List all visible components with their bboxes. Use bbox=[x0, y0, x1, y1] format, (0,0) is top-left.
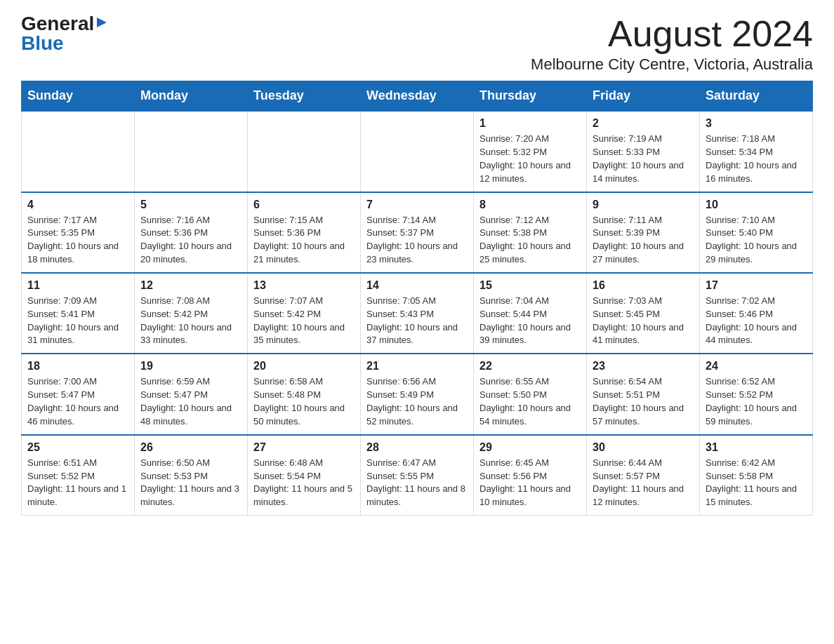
day-info: Sunrise: 7:05 AM Sunset: 5:43 PM Dayligh… bbox=[366, 295, 468, 347]
title-block: August 2024 Melbourne City Centre, Victo… bbox=[531, 14, 813, 74]
day-info: Sunrise: 6:42 AM Sunset: 5:58 PM Dayligh… bbox=[706, 457, 807, 509]
calendar-cell: 4Sunrise: 7:17 AM Sunset: 5:35 PM Daylig… bbox=[22, 192, 135, 273]
day-number: 20 bbox=[253, 360, 355, 373]
calendar-week-2: 4Sunrise: 7:17 AM Sunset: 5:35 PM Daylig… bbox=[22, 192, 813, 273]
calendar-cell: 9Sunrise: 7:11 AM Sunset: 5:39 PM Daylig… bbox=[587, 192, 700, 273]
calendar-cell: 10Sunrise: 7:10 AM Sunset: 5:40 PM Dayli… bbox=[700, 192, 813, 273]
calendar-cell: 17Sunrise: 7:02 AM Sunset: 5:46 PM Dayli… bbox=[700, 273, 813, 354]
calendar-week-1: 1Sunrise: 7:20 AM Sunset: 5:32 PM Daylig… bbox=[22, 111, 813, 192]
logo-triangle-icon bbox=[95, 16, 108, 29]
calendar-cell bbox=[248, 111, 361, 192]
day-number: 6 bbox=[253, 199, 355, 211]
calendar-cell: 23Sunrise: 6:54 AM Sunset: 5:51 PM Dayli… bbox=[587, 354, 700, 434]
day-number: 5 bbox=[140, 199, 241, 211]
day-number: 7 bbox=[366, 199, 468, 211]
day-number: 10 bbox=[706, 199, 807, 211]
day-number: 21 bbox=[366, 360, 468, 373]
calendar-header-friday: Friday bbox=[587, 81, 700, 112]
day-info: Sunrise: 7:11 AM Sunset: 5:39 PM Dayligh… bbox=[593, 214, 694, 267]
day-info: Sunrise: 7:03 AM Sunset: 5:45 PM Dayligh… bbox=[593, 295, 694, 347]
calendar-cell: 30Sunrise: 6:44 AM Sunset: 5:57 PM Dayli… bbox=[587, 435, 700, 516]
calendar-cell: 8Sunrise: 7:12 AM Sunset: 5:38 PM Daylig… bbox=[474, 192, 587, 273]
calendar-header-row: SundayMondayTuesdayWednesdayThursdayFrid… bbox=[22, 81, 813, 112]
day-number: 14 bbox=[366, 279, 468, 292]
calendar-cell: 27Sunrise: 6:48 AM Sunset: 5:54 PM Dayli… bbox=[248, 435, 361, 516]
page-subtitle: Melbourne City Centre, Victoria, Austral… bbox=[531, 55, 813, 74]
calendar-cell: 22Sunrise: 6:55 AM Sunset: 5:50 PM Dayli… bbox=[474, 354, 587, 434]
day-number: 28 bbox=[366, 441, 468, 454]
day-number: 16 bbox=[593, 279, 694, 292]
day-number: 15 bbox=[479, 279, 581, 292]
calendar-cell: 13Sunrise: 7:07 AM Sunset: 5:42 PM Dayli… bbox=[248, 273, 361, 354]
day-number: 11 bbox=[27, 279, 128, 292]
day-number: 4 bbox=[27, 199, 128, 211]
day-info: Sunrise: 7:00 AM Sunset: 5:47 PM Dayligh… bbox=[27, 375, 128, 428]
day-info: Sunrise: 7:16 AM Sunset: 5:36 PM Dayligh… bbox=[140, 214, 241, 267]
calendar-cell: 20Sunrise: 6:58 AM Sunset: 5:48 PM Dayli… bbox=[248, 354, 361, 434]
day-number: 18 bbox=[27, 360, 128, 373]
day-info: Sunrise: 7:12 AM Sunset: 5:38 PM Dayligh… bbox=[479, 214, 581, 267]
calendar-cell bbox=[361, 111, 474, 192]
calendar-cell: 3Sunrise: 7:18 AM Sunset: 5:34 PM Daylig… bbox=[700, 111, 813, 192]
day-number: 27 bbox=[253, 441, 355, 454]
day-info: Sunrise: 6:47 AM Sunset: 5:55 PM Dayligh… bbox=[366, 457, 468, 509]
day-number: 29 bbox=[479, 441, 581, 454]
calendar-header-thursday: Thursday bbox=[474, 81, 587, 112]
calendar-header-saturday: Saturday bbox=[700, 81, 813, 112]
svg-marker-0 bbox=[97, 18, 107, 27]
day-info: Sunrise: 7:19 AM Sunset: 5:33 PM Dayligh… bbox=[593, 133, 694, 185]
day-number: 22 bbox=[479, 360, 581, 373]
day-number: 31 bbox=[706, 441, 807, 454]
calendar-cell: 11Sunrise: 7:09 AM Sunset: 5:41 PM Dayli… bbox=[22, 273, 135, 354]
page-title: August 2024 bbox=[531, 14, 813, 54]
day-info: Sunrise: 6:59 AM Sunset: 5:47 PM Dayligh… bbox=[140, 375, 241, 428]
calendar-cell: 24Sunrise: 6:52 AM Sunset: 5:52 PM Dayli… bbox=[700, 354, 813, 434]
calendar-cell bbox=[135, 111, 248, 192]
calendar-week-5: 25Sunrise: 6:51 AM Sunset: 5:52 PM Dayli… bbox=[22, 435, 813, 516]
day-info: Sunrise: 6:48 AM Sunset: 5:54 PM Dayligh… bbox=[253, 457, 355, 509]
day-info: Sunrise: 6:54 AM Sunset: 5:51 PM Dayligh… bbox=[593, 375, 694, 428]
day-info: Sunrise: 7:15 AM Sunset: 5:36 PM Dayligh… bbox=[253, 214, 355, 267]
day-number: 2 bbox=[593, 117, 694, 130]
calendar-cell: 19Sunrise: 6:59 AM Sunset: 5:47 PM Dayli… bbox=[135, 354, 248, 434]
day-number: 1 bbox=[479, 117, 581, 130]
calendar-cell: 25Sunrise: 6:51 AM Sunset: 5:52 PM Dayli… bbox=[22, 435, 135, 516]
day-number: 13 bbox=[253, 279, 355, 292]
logo-general: General bbox=[21, 14, 94, 34]
day-number: 30 bbox=[593, 441, 694, 454]
calendar-cell: 28Sunrise: 6:47 AM Sunset: 5:55 PM Dayli… bbox=[361, 435, 474, 516]
day-info: Sunrise: 7:07 AM Sunset: 5:42 PM Dayligh… bbox=[253, 295, 355, 347]
day-number: 26 bbox=[140, 441, 241, 454]
calendar-week-3: 11Sunrise: 7:09 AM Sunset: 5:41 PM Dayli… bbox=[22, 273, 813, 354]
calendar-cell: 18Sunrise: 7:00 AM Sunset: 5:47 PM Dayli… bbox=[22, 354, 135, 434]
day-info: Sunrise: 7:08 AM Sunset: 5:42 PM Dayligh… bbox=[140, 295, 241, 347]
day-number: 24 bbox=[706, 360, 807, 373]
day-info: Sunrise: 7:02 AM Sunset: 5:46 PM Dayligh… bbox=[706, 295, 807, 347]
calendar-cell: 12Sunrise: 7:08 AM Sunset: 5:42 PM Dayli… bbox=[135, 273, 248, 354]
day-info: Sunrise: 6:51 AM Sunset: 5:52 PM Dayligh… bbox=[27, 457, 128, 509]
logo-blue: Blue bbox=[21, 32, 64, 54]
day-info: Sunrise: 6:44 AM Sunset: 5:57 PM Dayligh… bbox=[593, 457, 694, 509]
day-number: 9 bbox=[593, 199, 694, 211]
day-info: Sunrise: 7:14 AM Sunset: 5:37 PM Dayligh… bbox=[366, 214, 468, 267]
day-info: Sunrise: 7:10 AM Sunset: 5:40 PM Dayligh… bbox=[706, 214, 807, 267]
day-number: 8 bbox=[479, 199, 581, 211]
day-info: Sunrise: 7:18 AM Sunset: 5:34 PM Dayligh… bbox=[706, 133, 807, 185]
day-number: 17 bbox=[706, 279, 807, 292]
day-number: 23 bbox=[593, 360, 694, 373]
calendar-cell bbox=[22, 111, 135, 192]
page-header: General Blue August 2024 Melbourne City … bbox=[21, 14, 813, 74]
calendar-cell: 1Sunrise: 7:20 AM Sunset: 5:32 PM Daylig… bbox=[474, 111, 587, 192]
day-info: Sunrise: 6:52 AM Sunset: 5:52 PM Dayligh… bbox=[706, 375, 807, 428]
calendar-cell: 21Sunrise: 6:56 AM Sunset: 5:49 PM Dayli… bbox=[361, 354, 474, 434]
day-info: Sunrise: 6:56 AM Sunset: 5:49 PM Dayligh… bbox=[366, 375, 468, 428]
calendar-header-monday: Monday bbox=[135, 81, 248, 112]
calendar-cell: 7Sunrise: 7:14 AM Sunset: 5:37 PM Daylig… bbox=[361, 192, 474, 273]
logo: General Blue bbox=[21, 14, 108, 53]
day-info: Sunrise: 7:09 AM Sunset: 5:41 PM Dayligh… bbox=[27, 295, 128, 347]
day-info: Sunrise: 7:17 AM Sunset: 5:35 PM Dayligh… bbox=[27, 214, 128, 267]
calendar-week-4: 18Sunrise: 7:00 AM Sunset: 5:47 PM Dayli… bbox=[22, 354, 813, 434]
calendar-cell: 15Sunrise: 7:04 AM Sunset: 5:44 PM Dayli… bbox=[474, 273, 587, 354]
calendar-cell: 31Sunrise: 6:42 AM Sunset: 5:58 PM Dayli… bbox=[700, 435, 813, 516]
calendar-cell: 16Sunrise: 7:03 AM Sunset: 5:45 PM Dayli… bbox=[587, 273, 700, 354]
